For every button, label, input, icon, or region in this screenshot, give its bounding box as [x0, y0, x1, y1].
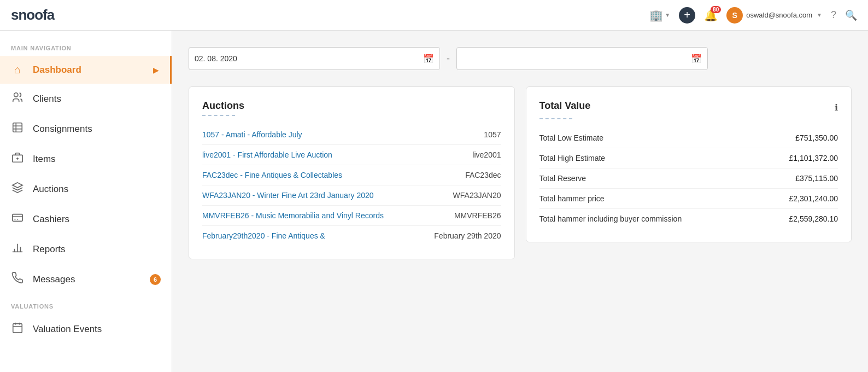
header-right: 🏢 ▼ + 🔔 80 S oswald@snoofa.com ▼ ? 🔍: [648, 7, 857, 24]
messages-badge: 6: [150, 274, 161, 285]
top-header: snoofa 🏢 ▼ + 🔔 80 S oswald@snoofa.com ▼ …: [0, 0, 868, 31]
cashiers-icon: [11, 212, 24, 226]
svg-rect-16: [13, 324, 22, 333]
main-content: 📅 - 📅 Auctions 1057 - Amati - Affordable…: [172, 31, 868, 372]
sidebar-label-auctions: Auctions: [33, 184, 68, 195]
sidebar-arrow-dashboard: ▶: [153, 66, 159, 74]
tv-row-4: Total hammer including buyer commission …: [539, 209, 838, 229]
sidebar-item-clients[interactable]: Clients: [0, 84, 172, 114]
sidebar-item-messages[interactable]: Messages 6: [0, 264, 172, 294]
calendar-end-button[interactable]: 📅: [691, 54, 702, 64]
cards-row: Auctions 1057 - Amati - Affordable July …: [189, 86, 852, 259]
tv-value-1: £1,101,372.00: [789, 154, 838, 162]
sidebar-item-consignments[interactable]: Consignments: [0, 114, 172, 144]
auctions-card-title: Auctions: [202, 100, 501, 112]
tv-row-0: Total Low Estimate £751,350.00: [539, 128, 838, 148]
auction-item: WFA23JAN20 - Winter Fine Art 23rd Januar…: [202, 185, 501, 206]
auction-item: MMVRFEB26 - Music Memorabilia and Vinyl …: [202, 206, 501, 226]
tv-value-3: £2,301,240.00: [789, 194, 838, 203]
auctions-icon: [11, 182, 24, 196]
calendar-icon: [11, 322, 24, 336]
sidebar-item-reports[interactable]: Reports: [0, 234, 172, 264]
auction-code-0: 1057: [484, 130, 501, 139]
building-selector-button[interactable]: 🏢 ▼: [648, 8, 670, 23]
auction-code-1: live2001: [472, 150, 501, 159]
sidebar-item-items[interactable]: Items: [0, 144, 172, 174]
help-button[interactable]: ?: [831, 9, 836, 21]
auction-code-4: MMVRFEB26: [454, 211, 501, 220]
avatar: S: [726, 7, 743, 24]
consignments-icon: [11, 121, 24, 136]
calendar-start-button[interactable]: 📅: [423, 54, 434, 64]
auction-link-4[interactable]: MMVRFEB26 - Music Memorabilia and Vinyl …: [202, 211, 449, 220]
auction-link-1[interactable]: live2001 - First Affordable Live Auction: [202, 150, 467, 159]
add-button[interactable]: +: [679, 7, 695, 24]
svg-rect-1: [13, 123, 22, 132]
auction-link-5[interactable]: February29th2020 - Fine Antiques &: [202, 231, 429, 240]
sidebar-item-auctions[interactable]: Auctions: [0, 174, 172, 204]
layout: MAIN NAVIGATION ⌂ Dashboard ▶ Clients: [0, 31, 868, 372]
auction-item: 1057 - Amati - Affordable July 1057: [202, 125, 501, 145]
home-icon: ⌂: [11, 63, 24, 76]
reports-icon: [11, 242, 24, 257]
tv-label-2: Total Reserve: [539, 174, 587, 183]
total-value-header: Total Value ℹ: [539, 100, 838, 115]
auction-item: February29th2020 - Fine Antiques & Febru…: [202, 226, 501, 246]
tv-label-4: Total hammer including buyer commission: [539, 214, 682, 223]
auction-code-2: FAC23dec: [465, 171, 501, 179]
user-dropdown-arrow: ▼: [817, 12, 822, 18]
people-icon: [11, 91, 24, 106]
messages-icon: [11, 272, 24, 287]
building-icon: 🏢: [648, 8, 664, 23]
sidebar-label-dashboard: Dashboard: [33, 65, 81, 75]
search-button[interactable]: 🔍: [845, 9, 857, 21]
sidebar-label-valuation-events: Valuation Events: [33, 324, 102, 335]
logo: snoofa: [11, 7, 54, 24]
svg-rect-8: [13, 214, 22, 222]
sidebar-item-cashiers[interactable]: Cashiers: [0, 204, 172, 234]
auction-code-5: February 29th 2020: [434, 231, 501, 240]
sidebar-label-consignments: Consignments: [33, 124, 92, 135]
tv-row-2: Total Reserve £375,115.00: [539, 168, 838, 189]
total-value-divider: [539, 118, 572, 119]
auctions-card-divider: [202, 115, 235, 116]
date-separator: -: [447, 53, 450, 65]
svg-point-0: [14, 93, 18, 97]
total-value-title: Total Value: [539, 100, 591, 112]
tv-label-1: Total High Estimate: [539, 154, 606, 162]
auction-link-0[interactable]: 1057 - Amati - Affordable July: [202, 130, 478, 139]
sidebar-label-items: Items: [33, 154, 56, 165]
date-end-wrap: 📅: [456, 47, 708, 70]
date-start-wrap: 📅: [189, 47, 440, 70]
sidebar-item-valuation-events[interactable]: Valuation Events: [0, 314, 172, 344]
sidebar: MAIN NAVIGATION ⌂ Dashboard ▶ Clients: [0, 31, 172, 372]
auction-link-3[interactable]: WFA23JAN20 - Winter Fine Art 23rd Januar…: [202, 191, 448, 200]
sidebar-label-clients: Clients: [33, 94, 61, 104]
notification-button[interactable]: 🔔 80: [704, 9, 718, 22]
sidebar-label-messages: Messages: [33, 274, 75, 285]
sidebar-label-cashiers: Cashiers: [33, 214, 69, 225]
sidebar-item-dashboard[interactable]: ⌂ Dashboard ▶: [0, 56, 172, 84]
tv-value-2: £375,115.00: [795, 174, 838, 183]
sidebar-section-main: MAIN NAVIGATION: [0, 36, 172, 56]
tv-label-0: Total Low Estimate: [539, 133, 604, 142]
tv-value-0: £751,350.00: [795, 133, 838, 142]
tv-row-1: Total High Estimate £1,101,372.00: [539, 148, 838, 168]
user-email: oswald@snoofa.com: [746, 11, 812, 19]
sidebar-section-valuations: VALUATIONS: [0, 294, 172, 314]
auction-code-3: WFA23JAN20: [453, 191, 501, 200]
info-icon[interactable]: ℹ: [835, 102, 838, 113]
items-icon: [11, 152, 24, 166]
date-range-row: 📅 - 📅: [189, 47, 852, 70]
sidebar-label-reports: Reports: [33, 244, 66, 255]
user-info[interactable]: S oswald@snoofa.com ▼: [726, 7, 822, 24]
total-value-card: Total Value ℹ Total Low Estimate £751,35…: [526, 86, 852, 242]
building-dropdown-arrow: ▼: [665, 12, 670, 18]
auction-link-2[interactable]: FAC23dec - Fine Antiques & Collectables: [202, 171, 460, 179]
date-end-input[interactable]: [462, 54, 691, 63]
tv-value-4: £2,559,280.10: [789, 214, 838, 223]
notification-badge: 80: [711, 6, 721, 13]
auction-item: live2001 - First Affordable Live Auction…: [202, 145, 501, 165]
tv-row-3: Total hammer price £2,301,240.00: [539, 189, 838, 209]
date-start-input[interactable]: [195, 54, 423, 63]
